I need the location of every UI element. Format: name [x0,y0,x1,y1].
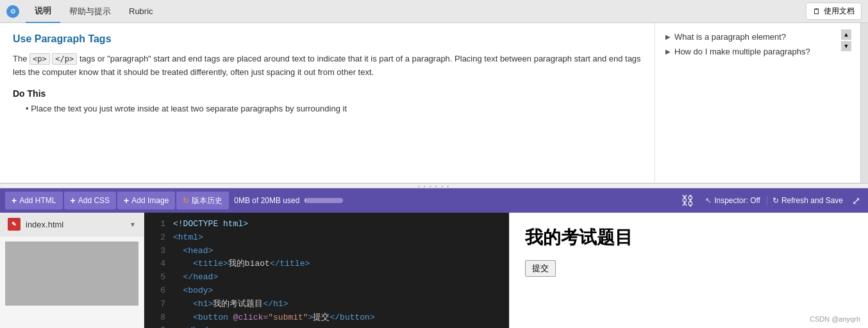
tab-help[interactable]: 帮助与提示 [60,0,120,23]
p-tag-open: <p> [29,53,50,65]
add-html-button[interactable]: + Add HTML [5,192,63,209]
cursor-icon: ↖ [705,196,712,205]
scroll-down-button[interactable]: ▼ [841,41,851,51]
refresh-save-icon: ↻ [772,196,779,205]
storage-bar [305,198,343,203]
p-tag-close: </p> [52,53,77,65]
code-line-1: 1 <!DOCTYPE html> [144,218,509,231]
top-nav-right: 🗒 使用文档 [806,3,862,20]
preview-title: 我的考试题目 [525,226,853,250]
link-button[interactable]: ⛓ [676,193,699,208]
logo-icon: ⊙ [6,5,19,18]
plus-icon-html: + [12,195,17,206]
resize-dots: • • • • • • [418,183,450,189]
chevron-down-icon: ▼ [129,221,136,228]
tab-rubric[interactable]: Rubric [120,0,162,23]
hints-panel: ▶ What is a paragraph element? ▶ How do … [655,23,860,183]
code-line-4: 4 <title>我的biaot</title> [144,258,509,271]
scrollbar[interactable] [860,23,868,183]
scroll-controls: ▲ ▼ [841,29,851,51]
refresh-icon: ↻ [183,196,189,205]
doc-icon: 🗒 [813,7,821,16]
resize-handle[interactable]: • • • • • • [0,183,868,188]
preview-submit-button[interactable]: 提交 [525,260,556,277]
tab-instructions[interactable]: 说明 [26,0,60,23]
instructions-text: The <p> </p> tags or "paragraph" start a… [13,53,642,79]
do-this-title: Do This [13,88,642,99]
code-line-7: 7 <h1>我的考试题目</h1> [144,298,509,311]
hint-item-1[interactable]: ▶ What is a paragraph element? [665,32,850,42]
add-image-button[interactable]: + Add Image [117,192,175,209]
bullet-item: • Place the text you just wrote inside a… [26,104,642,113]
expand-button[interactable]: ⤢ [849,195,863,207]
code-editor[interactable]: 1 <!DOCTYPE html> 2 <html> 3 <head> 4 <t… [144,213,509,328]
add-css-button[interactable]: + Add CSS [64,192,117,209]
instructions-main: Use Paragraph Tags The <p> </p> tags or … [0,23,655,183]
file-name-label: index.html [26,220,63,229]
para-text-1: The [13,54,27,63]
instructions-panel: Use Paragraph Tags The <p> </p> tags or … [0,23,868,183]
instructions-title: Use Paragraph Tags [13,33,642,45]
watermark: CSDN @anyqrh [810,315,860,323]
use-doc-button[interactable]: 🗒 使用文档 [806,3,862,20]
file-preview-thumbnail [5,242,138,306]
scroll-up-button[interactable]: ▲ [841,29,851,40]
code-line-2: 2 <html> [144,231,509,245]
hint-item-2[interactable]: ▶ How do I make multiple paragraphs? [665,47,850,56]
para-text-2: tags or "paragraph" start and end tags a… [13,54,641,77]
file-item-index-html[interactable]: ✎ index.html ▼ [0,213,144,236]
top-navigation: ⊙ 说明 帮助与提示 Rubric 🗒 使用文档 [0,0,868,23]
hint-arrow-2: ▶ [665,48,671,55]
preview-panel: 我的考试题目 提交 CSDN @anyqrh [509,213,868,328]
storage-bar-fill [305,198,306,203]
plus-icon-img: + [124,195,129,206]
code-line-9: 9 </body> [144,324,509,328]
version-history-button[interactable]: ↻ 版本历史 [176,192,229,209]
editor-area: ✎ index.html ▼ 1 <!DOCTYPE html> 2 <html… [0,213,868,328]
plus-icon-css: + [71,195,76,206]
file-panel: ✎ index.html ▼ [0,213,144,328]
code-line-8: 8 <button @click="submit">提交</button> [144,311,509,325]
file-icon: ✎ [8,218,21,231]
hint-arrow-1: ▶ [665,33,671,40]
code-line-5: 5 </head> [144,271,509,284]
editor-toolbar: + Add HTML + Add CSS + Add Image ↻ 版本历史 … [0,188,868,213]
inspector-button[interactable]: ↖ Inspector: Off [700,196,765,205]
code-line-3: 3 <head> [144,245,509,258]
code-line-6: 6 <body> [144,284,509,298]
storage-info: 0MB of 20MB used [234,196,343,205]
refresh-save-button[interactable]: ↻ Refresh and Save [767,196,848,205]
